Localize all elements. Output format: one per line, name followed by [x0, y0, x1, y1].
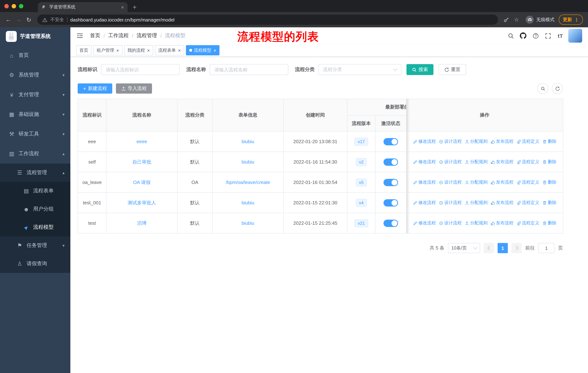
- process-name-input[interactable]: [210, 64, 288, 75]
- form-info-link[interactable]: biubiu: [242, 159, 254, 165]
- sidebar-item-work[interactable]: ▥工作流程▴: [0, 144, 70, 163]
- edit-operation-link[interactable]: 修改流程: [413, 179, 436, 185]
- delete-operation-link[interactable]: 删除: [542, 159, 556, 165]
- design-operation-link[interactable]: 设计流程: [439, 159, 462, 165]
- define-operation-link[interactable]: 流程定义: [516, 200, 539, 206]
- delete-operation-link[interactable]: 删除: [542, 138, 556, 145]
- assign-operation-link[interactable]: 分配规则: [465, 200, 488, 206]
- back-button[interactable]: ←: [4, 15, 13, 24]
- edit-operation-link[interactable]: 修改流程: [413, 220, 436, 226]
- tag-item[interactable]: 我的流程×: [124, 45, 153, 55]
- edit-operation-link[interactable]: 修改流程: [413, 159, 436, 165]
- sidebar-item-model[interactable]: ▶流程模型: [0, 218, 70, 236]
- form-info-link[interactable]: /bpm/oa/leave/create: [226, 180, 270, 185]
- category-select[interactable]: 流程分类: [318, 64, 401, 75]
- status-toggle[interactable]: [383, 158, 398, 166]
- help-icon[interactable]: [531, 31, 540, 40]
- sidebar-item-task[interactable]: ⚑任务管理▾: [0, 236, 70, 255]
- update-button[interactable]: 更新 ⋮: [559, 15, 583, 25]
- sidebar-item-yen[interactable]: ¥支付管理▾: [0, 85, 70, 105]
- tag-close-icon[interactable]: ×: [214, 48, 216, 53]
- status-toggle[interactable]: [383, 220, 398, 227]
- bookmark-star-icon[interactable]: ☆: [512, 15, 521, 24]
- assign-operation-link[interactable]: 分配规则: [465, 220, 488, 226]
- tag-item[interactable]: 首页: [76, 45, 92, 55]
- search-button[interactable]: 搜索: [407, 64, 433, 75]
- sidebar-item-gear[interactable]: ⚙系统管理▾: [0, 65, 70, 85]
- tab-close-icon[interactable]: ×: [121, 5, 124, 10]
- search-icon[interactable]: [506, 31, 515, 40]
- design-operation-link[interactable]: 设计流程: [439, 200, 462, 206]
- delete-operation-link[interactable]: 删除: [542, 220, 556, 226]
- sidebar-item-user[interactable]: ♙请假查询: [0, 255, 70, 273]
- process-name-link[interactable]: 滔博: [137, 220, 147, 226]
- process-name-link[interactable]: eeee: [136, 139, 147, 144]
- fullscreen-icon[interactable]: [544, 31, 552, 40]
- sidebar-item-home[interactable]: ⌂首页: [0, 46, 70, 65]
- edit-operation-link[interactable]: 修改流程: [413, 138, 436, 145]
- publish-operation-link[interactable]: 发布流程: [491, 220, 514, 226]
- new-tab-button[interactable]: +: [133, 4, 136, 10]
- assign-operation-link[interactable]: 分配规则: [465, 138, 488, 145]
- window-zoom-button[interactable]: [19, 4, 23, 8]
- status-toggle[interactable]: [383, 138, 398, 145]
- status-toggle[interactable]: [383, 199, 398, 206]
- password-key-icon[interactable]: [502, 15, 511, 24]
- breadcrumb-item[interactable]: 首页: [90, 32, 100, 39]
- publish-operation-link[interactable]: 发布流程: [491, 200, 514, 206]
- tag-item[interactable]: 流程表单×: [155, 45, 184, 55]
- design-operation-link[interactable]: 设计流程: [439, 220, 462, 226]
- publish-operation-link[interactable]: 发布流程: [491, 179, 514, 185]
- security-warning-icon[interactable]: [42, 17, 47, 22]
- define-operation-link[interactable]: 流程定义: [516, 159, 539, 165]
- assign-operation-link[interactable]: 分配规则: [465, 159, 488, 165]
- edit-operation-link[interactable]: 修改流程: [413, 200, 436, 206]
- publish-operation-link[interactable]: 发布流程: [491, 159, 514, 165]
- status-toggle[interactable]: [383, 179, 398, 186]
- process-name-link[interactable]: 自己审批: [132, 159, 151, 164]
- tag-close-icon[interactable]: ×: [147, 48, 150, 53]
- goto-page-input[interactable]: [538, 243, 555, 253]
- process-key-input[interactable]: [101, 64, 180, 75]
- prev-page-button[interactable]: [484, 243, 494, 253]
- tag-close-icon[interactable]: ×: [116, 48, 119, 53]
- sidebar-item-infra[interactable]: ▦基础设施▾: [0, 105, 70, 124]
- window-minimize-button[interactable]: [12, 4, 16, 8]
- process-name-link[interactable]: OA 请假: [133, 179, 150, 185]
- design-operation-link[interactable]: 设计流程: [439, 179, 462, 185]
- assign-operation-link[interactable]: 分配规则: [465, 179, 488, 185]
- tag-close-icon[interactable]: ×: [178, 48, 181, 53]
- delete-operation-link[interactable]: 删除: [542, 179, 556, 185]
- define-operation-link[interactable]: 流程定义: [516, 220, 539, 226]
- url-bar[interactable]: 不安全 dashboard.yudao.iocoder.cn/bpm/manag…: [37, 15, 498, 25]
- sidebar-item-group[interactable]: ☻用户分组: [0, 200, 70, 218]
- form-info-link[interactable]: biubiu: [242, 220, 254, 226]
- forward-button[interactable]: →: [14, 15, 23, 24]
- create-process-button[interactable]: + 新建流程: [78, 83, 112, 94]
- font-size-icon[interactable]: tT: [556, 31, 565, 40]
- sidebar-item-list[interactable]: ☰流程管理▴: [0, 163, 70, 182]
- sidebar-item-tools[interactable]: ⚒研发工具▾: [0, 124, 70, 144]
- browser-tab[interactable]: 芋道管理系统 ×: [38, 2, 128, 12]
- form-info-link[interactable]: biubiu: [242, 200, 254, 205]
- page-size-select[interactable]: 10条/页: [448, 243, 480, 253]
- define-operation-link[interactable]: 流程定义: [516, 138, 539, 145]
- tag-active[interactable]: 流程模型×: [186, 45, 220, 55]
- reset-button[interactable]: 重置: [439, 64, 466, 75]
- import-process-button[interactable]: 导入流程: [116, 83, 152, 94]
- process-name-link[interactable]: 测试多审批人: [128, 200, 156, 205]
- browser-menu-icon[interactable]: ⋮: [574, 17, 579, 22]
- tag-item[interactable]: 租户管理×: [93, 45, 122, 55]
- sidebar-item-form[interactable]: ▤流程表单: [0, 182, 70, 200]
- define-operation-link[interactable]: 流程定义: [516, 179, 539, 185]
- form-info-link[interactable]: biubiu: [242, 139, 254, 144]
- publish-operation-link[interactable]: 发布流程: [491, 138, 514, 145]
- delete-operation-link[interactable]: 删除: [542, 200, 556, 206]
- breadcrumb-item[interactable]: 流程管理: [137, 32, 157, 39]
- show-search-toggle-button[interactable]: [537, 83, 548, 94]
- refresh-table-button[interactable]: [552, 83, 563, 94]
- breadcrumb-item[interactable]: 工作流程: [108, 32, 129, 39]
- avatar[interactable]: [568, 29, 582, 43]
- sidebar-toggle-icon[interactable]: [76, 32, 84, 40]
- window-close-button[interactable]: [4, 4, 9, 8]
